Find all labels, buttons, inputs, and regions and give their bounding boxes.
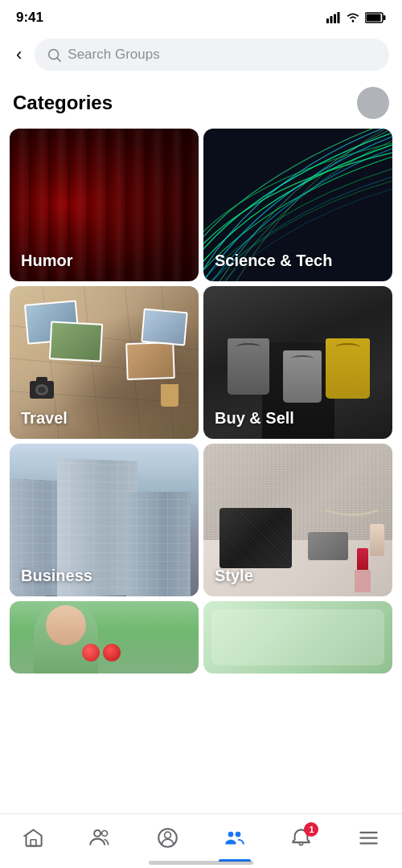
category-card-travel[interactable]: Travel <box>10 286 199 439</box>
travel-photo-4 <box>141 309 187 346</box>
nav-groups[interactable] <box>211 824 258 852</box>
search-bar-container: ‹ Search Groups <box>0 32 402 80</box>
tomato-1 <box>82 644 100 661</box>
compact-mirror <box>308 532 348 560</box>
category-card-buysell[interactable]: Buy & Sell <box>203 286 392 439</box>
lipstick <box>357 548 368 592</box>
svg-point-19 <box>102 831 108 837</box>
scitech-label: Science & Tech <box>215 252 332 270</box>
category-card-business[interactable]: Business <box>10 444 199 596</box>
category-card-gaming[interactable] <box>203 601 392 674</box>
svg-rect-17 <box>31 840 36 846</box>
necklace <box>320 492 384 516</box>
travel-label: Travel <box>21 409 68 428</box>
status-time: 9:41 <box>16 10 43 26</box>
back-button[interactable]: ‹ <box>13 41 25 68</box>
svg-rect-7 <box>367 14 381 22</box>
svg-point-18 <box>95 830 101 837</box>
bag-texture <box>219 508 292 568</box>
travel-photo-3 <box>125 342 175 380</box>
nav-friends[interactable] <box>76 824 124 852</box>
friends-icon <box>89 827 111 849</box>
buysell-label: Buy & Sell <box>215 409 294 428</box>
nav-home[interactable] <box>10 824 57 852</box>
tomato-2 <box>103 644 121 661</box>
humor-label: Humor <box>21 252 72 270</box>
category-grid: Humor <box>0 129 402 674</box>
profile-icon <box>157 827 178 849</box>
svg-rect-3 <box>338 12 340 23</box>
camera-icon <box>30 381 54 399</box>
nav-menu[interactable] <box>345 824 392 852</box>
shopping-bag-yellow <box>326 338 370 399</box>
category-card-humor[interactable]: Humor <box>10 129 199 281</box>
category-card-food[interactable] <box>10 601 199 674</box>
shopping-bag-gray1 <box>283 350 322 403</box>
category-card-scitech[interactable]: Science & Tech <box>203 129 392 281</box>
svg-point-23 <box>236 832 241 837</box>
groups-active-bar <box>219 859 251 862</box>
search-placeholder: Search Groups <box>68 47 159 63</box>
svg-rect-6 <box>384 15 386 20</box>
groups-icon <box>224 827 245 849</box>
categories-header: Categories <box>0 80 402 129</box>
category-card-style[interactable]: Style <box>203 444 392 596</box>
tomatoes <box>82 644 121 661</box>
food-person <box>34 601 98 674</box>
svg-rect-0 <box>326 18 329 23</box>
food-person-head <box>46 605 86 645</box>
svg-point-4 <box>352 20 355 23</box>
home-icon <box>23 827 44 849</box>
status-bar: 9:41 <box>0 0 402 32</box>
notification-badge: 1 <box>304 822 318 837</box>
black-bag <box>219 508 292 568</box>
gaming-inner <box>211 609 384 665</box>
svg-point-22 <box>228 832 234 837</box>
svg-line-14 <box>84 286 100 439</box>
search-icon <box>47 48 61 62</box>
shopping-bag-gray2 <box>228 338 269 395</box>
coffee-cup <box>161 384 178 407</box>
svg-line-9 <box>58 58 61 61</box>
avatar[interactable] <box>357 87 389 119</box>
wifi-icon <box>346 12 360 23</box>
bottom-nav: 1 <box>0 813 402 868</box>
lipstick-case <box>355 570 371 592</box>
business-label: Business <box>21 567 92 585</box>
search-bar[interactable]: Search Groups <box>35 39 389 71</box>
menu-icon <box>358 827 379 849</box>
cosmetics-bottle <box>370 524 384 556</box>
svg-point-21 <box>164 832 170 838</box>
signal-icon <box>326 12 341 23</box>
building-3-windows <box>126 492 191 596</box>
battery-icon <box>365 12 386 23</box>
svg-rect-1 <box>330 16 333 23</box>
nav-notifications[interactable]: 1 <box>277 824 325 852</box>
style-label: Style <box>215 567 253 585</box>
main-content: Categories Humor <box>0 80 402 746</box>
travel-photo-2 <box>49 321 103 362</box>
status-icons <box>326 12 386 23</box>
categories-title: Categories <box>13 92 113 114</box>
nav-profile[interactable] <box>144 824 191 852</box>
svg-rect-2 <box>334 14 336 24</box>
building-3 <box>126 492 191 596</box>
